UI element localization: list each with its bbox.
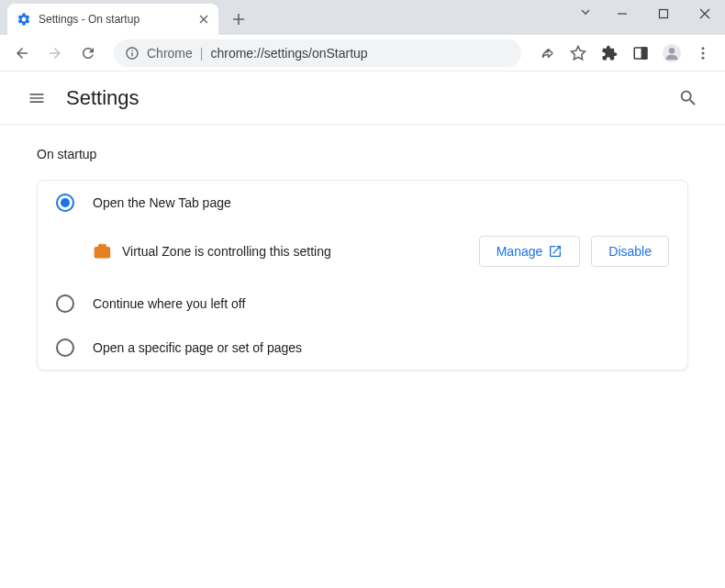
extension-icon	[93, 242, 111, 261]
page-title: Settings	[66, 86, 670, 110]
svg-rect-0	[659, 10, 667, 18]
tab-search-chevron[interactable]	[579, 6, 592, 18]
startup-card: Open the New Tab page Virtual Zone is co…	[37, 180, 688, 371]
new-tab-button[interactable]	[226, 6, 251, 32]
disable-label: Disable	[608, 244, 652, 259]
tab-title: Settings - On startup	[39, 13, 196, 26]
menu-icon[interactable]	[688, 39, 718, 68]
minimize-button[interactable]	[601, 0, 642, 28]
profile-icon[interactable]	[657, 39, 686, 68]
browser-tab[interactable]: Settings - On startup	[7, 4, 218, 35]
search-icon[interactable]	[670, 80, 707, 116]
window-controls	[601, 0, 725, 28]
manage-label: Manage	[496, 244, 543, 259]
back-button[interactable]	[7, 39, 37, 68]
extensions-icon[interactable]	[595, 39, 624, 68]
radio-label: Open a specific page or set of pages	[93, 340, 302, 355]
radio-indicator	[56, 294, 74, 313]
reload-button[interactable]	[73, 39, 103, 68]
radio-indicator	[56, 194, 74, 212]
settings-header: Settings	[0, 72, 725, 125]
radio-indicator	[56, 338, 74, 357]
disable-button[interactable]: Disable	[591, 236, 669, 267]
controlled-text: Virtual Zone is controlling this setting	[122, 244, 468, 259]
svg-point-4	[669, 48, 675, 53]
omnibox-prefix: Chrome	[147, 46, 193, 61]
radio-label: Open the New Tab page	[93, 195, 231, 210]
svg-rect-2	[642, 48, 647, 59]
hamburger-menu[interactable]	[18, 80, 55, 116]
side-panel-icon[interactable]	[626, 39, 655, 68]
close-window-button[interactable]	[684, 0, 725, 28]
svg-point-7	[702, 56, 705, 59]
radio-label: Continue where you left off	[93, 296, 245, 311]
manage-button[interactable]: Manage	[479, 236, 581, 267]
radio-new-tab[interactable]: Open the New Tab page	[38, 181, 687, 225]
share-icon[interactable]	[532, 39, 562, 68]
bookmark-icon[interactable]	[563, 39, 593, 68]
forward-button[interactable]	[40, 39, 70, 68]
gear-icon	[17, 12, 39, 27]
toolbar-actions	[532, 39, 718, 68]
titlebar: Settings - On startup	[0, 0, 725, 35]
browser-toolbar: Chrome | chrome://settings/onStartup	[0, 35, 725, 72]
radio-continue[interactable]: Continue where you left off	[38, 282, 687, 326]
extension-control-notice: Virtual Zone is controlling this setting…	[38, 225, 687, 282]
close-tab-icon[interactable]	[196, 12, 211, 27]
omnibox-url: chrome://settings/onStartup	[210, 46, 367, 61]
section-title: On startup	[37, 147, 688, 161]
address-bar[interactable]: Chrome | chrome://settings/onStartup	[114, 39, 521, 67]
settings-content: On startup Open the New Tab page Virtual…	[0, 125, 725, 393]
svg-point-6	[702, 51, 705, 54]
svg-point-5	[702, 47, 705, 50]
radio-specific-pages[interactable]: Open a specific page or set of pages	[38, 326, 687, 370]
open-external-icon	[548, 244, 563, 259]
site-info-icon[interactable]	[125, 46, 139, 61]
omnibox-divider: |	[200, 46, 204, 61]
maximize-button[interactable]	[642, 0, 684, 28]
